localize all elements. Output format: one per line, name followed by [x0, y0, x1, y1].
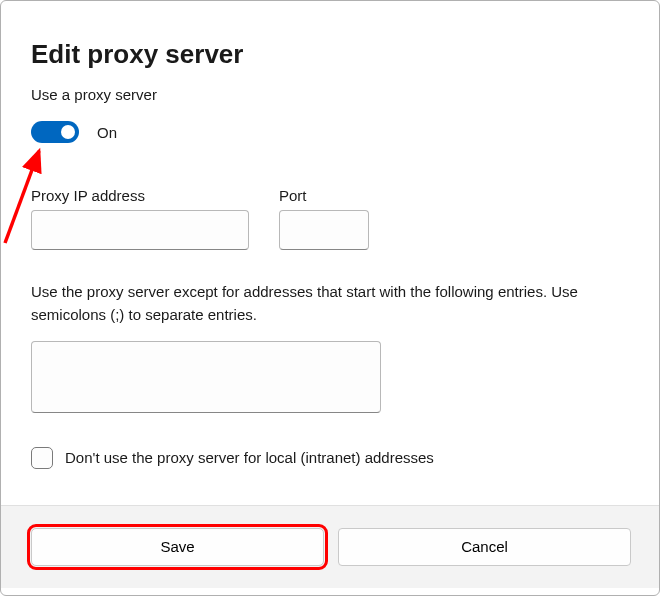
- dialog-footer: Save Cancel: [1, 505, 660, 588]
- port-label: Port: [279, 187, 369, 204]
- exceptions-description: Use the proxy server except for addresse…: [31, 280, 631, 327]
- address-port-row: Proxy IP address Port: [31, 187, 631, 250]
- bypass-local-checkbox[interactable]: [31, 447, 53, 469]
- proxy-toggle-label: On: [97, 124, 117, 141]
- bypass-local-label: Don't use the proxy server for local (in…: [65, 449, 434, 466]
- exceptions-input[interactable]: [31, 341, 381, 413]
- proxy-toggle[interactable]: [31, 121, 79, 143]
- dialog-body: Edit proxy server Use a proxy server On …: [1, 1, 660, 505]
- cancel-button[interactable]: Cancel: [338, 528, 631, 566]
- dialog-subtitle: Use a proxy server: [31, 86, 631, 103]
- proxy-toggle-row: On: [31, 121, 631, 143]
- save-button[interactable]: Save: [31, 528, 324, 566]
- bypass-local-row: Don't use the proxy server for local (in…: [31, 447, 631, 469]
- port-input[interactable]: [279, 210, 369, 250]
- ip-input[interactable]: [31, 210, 249, 250]
- ip-label: Proxy IP address: [31, 187, 249, 204]
- ip-field-group: Proxy IP address: [31, 187, 249, 250]
- port-field-group: Port: [279, 187, 369, 250]
- dialog-title: Edit proxy server: [31, 39, 631, 70]
